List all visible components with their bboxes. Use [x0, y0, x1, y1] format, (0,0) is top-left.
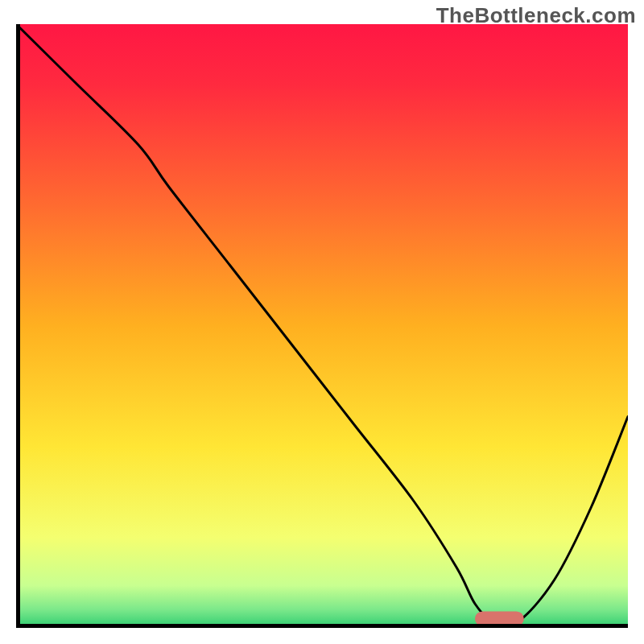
plot-area — [16, 24, 628, 628]
bottleneck-chart: TheBottleneck.com — [0, 0, 644, 644]
plot-svg — [16, 24, 628, 628]
watermark-text: TheBottleneck.com — [436, 3, 636, 28]
optimal-range-marker — [475, 611, 524, 626]
